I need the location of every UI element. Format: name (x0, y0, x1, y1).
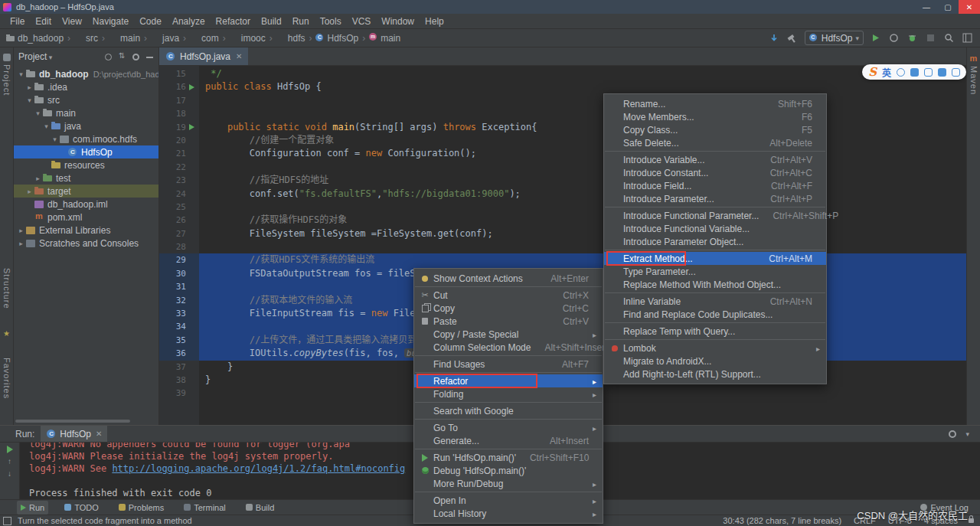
tree-chevron-icon[interactable] (42, 123, 51, 130)
refactor-menu-item[interactable]: Extract Method... Ctrl+Alt+M (604, 252, 826, 265)
project-tree-item[interactable]: db_hadoop D:\project\db_had (14, 67, 158, 80)
horizontal-scrollbar[interactable] (15, 420, 130, 423)
menu-bar-item[interactable]: Code (134, 14, 167, 29)
refactor-menu-item[interactable]: Introduce Parameter... Ctrl+Alt+P (604, 192, 826, 205)
project-tree-item[interactable]: Scratches and Consoles (14, 237, 158, 250)
ime-toolbar[interactable]: S 英 (862, 64, 966, 80)
maximize-button[interactable]: ▢ (937, 0, 959, 14)
refactor-menu-item[interactable]: Safe Delete... Alt+Delete (604, 136, 826, 149)
code-line[interactable]: 21 Configuration conf = new Configuratio… (159, 147, 966, 160)
menu-bar-item[interactable]: View (57, 14, 87, 29)
stop-button[interactable] (924, 31, 937, 44)
context-menu-item[interactable]: Paste Ctrl+V (414, 315, 603, 328)
project-tree-item[interactable]: db_hadoop.iml (14, 198, 158, 211)
status-bar-widget[interactable]: 30:43 (282 chars, 7 line breaks) (723, 516, 841, 525)
tool-window-button[interactable]: TODO (60, 501, 103, 515)
code-line[interactable]: 28 (159, 240, 966, 253)
refactor-menu-item[interactable]: Introduce Functional Parameter... Ctrl+A… (604, 209, 826, 222)
menu-bar-item[interactable]: Run (287, 14, 315, 29)
breadcrumb-item[interactable]: main (369, 33, 400, 44)
emoji-icon[interactable] (897, 68, 905, 77)
collapse-all-icon[interactable] (118, 53, 126, 61)
tree-chevron-icon[interactable] (34, 109, 42, 117)
refactor-menu-item[interactable]: Copy Class... F5 (604, 123, 826, 136)
context-menu-item[interactable]: Refactor (414, 374, 603, 387)
microphone-icon[interactable] (910, 68, 919, 77)
refactor-menu-item[interactable]: Introduce Constant... Ctrl+Alt+C (604, 166, 826, 179)
menu-bar-item[interactable]: Tools (315, 14, 347, 29)
context-menu-item[interactable]: Run 'HdfsOp.main()' Ctrl+Shift+F10 (414, 451, 603, 464)
project-tree-item[interactable]: resources (14, 158, 158, 172)
menu-bar-item[interactable]: File (5, 14, 30, 29)
refactor-menu-item[interactable]: Move Members... F6 (604, 110, 826, 123)
gear-icon[interactable] (949, 430, 956, 438)
code-line[interactable]: 22 (159, 161, 966, 174)
editor-tab-hdfsop[interactable]: HdfsOp.java ✕ (159, 47, 248, 65)
up-arrow-icon[interactable]: ↑ (8, 458, 11, 466)
structure-tool-tab[interactable]: Structure (2, 268, 11, 309)
context-menu-item[interactable]: Generate... Alt+Insert (414, 434, 603, 447)
tree-chevron-icon[interactable] (25, 188, 34, 195)
code-line[interactable]: 23 //指定HDFS的地址 (159, 174, 966, 187)
tool-windows-icon[interactable] (961, 31, 974, 44)
menu-bar-item[interactable]: Help (420, 14, 449, 29)
console-link[interactable]: http://logging.apache.org/log4j/1.2/faq.… (112, 463, 405, 474)
refactor-menu-item[interactable]: Rename... Shift+F6 (604, 97, 826, 110)
minimize-button[interactable]: — (916, 0, 937, 14)
project-tree-item[interactable]: src (14, 93, 158, 106)
refactor-menu-item[interactable]: Replace Method With Method Object... (604, 278, 826, 291)
breadcrumb-item[interactable]: hdfs (276, 33, 316, 44)
context-menu-item[interactable]: Open In (414, 494, 603, 507)
code-line[interactable]: 17 (159, 94, 966, 107)
project-tree-item[interactable]: HdfsOp (14, 145, 158, 158)
project-view-selector[interactable]: Project (18, 51, 52, 62)
toolbox-icon[interactable] (938, 68, 946, 77)
refactor-menu-item[interactable]: Introduce Variable... Ctrl+Alt+V (604, 153, 826, 166)
refactor-menu-item[interactable]: Add Right-to-Left (RTL) Support... (604, 368, 826, 381)
refactor-menu-item[interactable]: Migrate to AndroidX... (604, 354, 826, 368)
run-tab-hdfsop[interactable]: HdfsOp ✕ (41, 426, 107, 442)
keyboard-icon[interactable] (924, 68, 933, 77)
tree-chevron-icon[interactable] (51, 136, 59, 143)
down-arrow-icon[interactable]: ↓ (8, 470, 11, 478)
code-line[interactable]: 18 (159, 107, 966, 120)
menu-bar-item[interactable]: Analyze (167, 14, 211, 29)
refactor-menu-item[interactable]: Lombok (604, 341, 826, 354)
context-menu-item[interactable]: Cut Ctrl+X (414, 289, 603, 302)
ime-language-indicator[interactable]: 英 (882, 66, 891, 79)
code-line[interactable]: 24 conf.set("fs.defaultFS","hdfs://bigda… (159, 188, 966, 201)
tree-chevron-icon[interactable] (17, 70, 25, 78)
menu-bar-item[interactable]: Window (376, 14, 420, 29)
menu-bar-item[interactable]: Refactor (211, 14, 256, 29)
favorites-tool-tab[interactable]: Favorites (2, 358, 11, 399)
breadcrumb-item[interactable]: db_hadoop (6, 33, 74, 44)
project-tree-item[interactable]: com.imooc.hdfs (14, 132, 158, 145)
tool-window-button[interactable]: Build (242, 501, 278, 515)
close-tab-icon[interactable]: ✕ (96, 430, 102, 438)
context-menu-item[interactable]: Debug 'HdfsOp.main()' (414, 464, 603, 477)
project-tool-icon[interactable] (3, 54, 11, 61)
project-tree-item[interactable]: pom.xml (14, 211, 158, 224)
breadcrumb-item[interactable]: java (151, 33, 190, 44)
tree-chevron-icon[interactable] (17, 240, 25, 247)
breadcrumb-item[interactable]: main (109, 33, 151, 44)
project-tree-item[interactable]: java (14, 119, 158, 132)
refactor-menu-item[interactable]: Introduce Functional Variable... (604, 222, 826, 235)
build-hammer-icon[interactable] (786, 31, 799, 44)
lock-icon[interactable] (969, 518, 974, 523)
tree-chevron-icon[interactable] (25, 83, 34, 91)
project-tree-item[interactable]: test (14, 172, 158, 185)
refactor-menu-item[interactable]: Introduce Field... Ctrl+Alt+F (604, 179, 826, 192)
collapse-panel-icon[interactable]: ▾ (965, 430, 969, 438)
run-configuration-select[interactable]: HdfsOp ▾ (805, 31, 864, 45)
breadcrumb-item[interactable]: HdfsOp (315, 33, 369, 44)
tool-window-button[interactable]: Run (17, 501, 48, 515)
menu-bar-item[interactable]: VCS (347, 14, 377, 29)
refactor-menu-item[interactable]: Introduce Parameter Object... (604, 235, 826, 248)
debug-button[interactable] (906, 31, 919, 44)
context-menu-item[interactable]: Find Usages Alt+F7 (414, 358, 603, 371)
coverage-button[interactable] (887, 31, 900, 44)
wrench-icon[interactable] (952, 68, 960, 77)
menu-bar-item[interactable]: Navigate (87, 14, 134, 29)
tool-window-button[interactable]: Terminal (180, 501, 230, 515)
